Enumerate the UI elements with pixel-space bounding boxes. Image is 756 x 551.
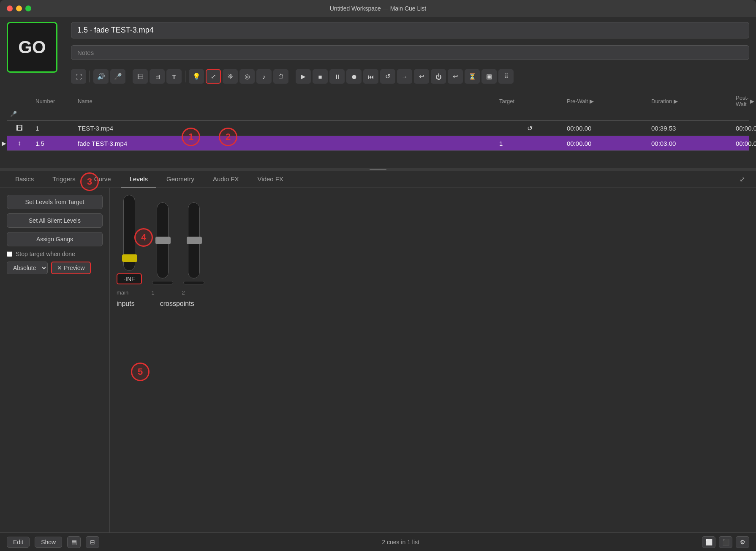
go-button[interactable]: GO	[7, 22, 57, 73]
inputs-label: inputs	[117, 300, 135, 308]
header-number[interactable]: Number	[32, 93, 74, 109]
fader-ch1-label: 1	[147, 289, 159, 296]
back-btn[interactable]: ↩	[414, 69, 429, 84]
fader-area: -INF	[110, 188, 756, 532]
tab-video-fx[interactable]: Video FX	[249, 171, 292, 188]
fader-main-value[interactable]: -INF	[117, 273, 142, 284]
toolbar-sep-4	[292, 71, 292, 82]
tab-levels[interactable]: Levels	[121, 171, 156, 188]
speaker-btn[interactable]: 🔊	[93, 69, 109, 84]
play-btn[interactable]: ▶	[296, 69, 311, 84]
view-icon-1[interactable]: ⬜	[702, 536, 715, 548]
settings-icon[interactable]: ⚙	[736, 536, 749, 548]
cue-post-wait-2: 00:00.00	[732, 138, 749, 149]
notes-input[interactable]: Notes	[71, 45, 749, 60]
cue-name: 1.5 · fade TEST-3.mp4	[71, 22, 749, 38]
reload-btn[interactable]: ↺	[380, 69, 395, 84]
header-post-wait: Post-Wait ▶	[732, 93, 749, 109]
cue-number-1: 1	[32, 123, 74, 134]
fader-ch2-label: 2	[177, 289, 189, 296]
fader-ch1	[152, 202, 173, 284]
status-right: ⬜ ⬛ ⚙	[702, 536, 749, 548]
cue-post-wait-1: 00:00.00	[732, 123, 749, 134]
fader-main-thumb[interactable]	[122, 254, 137, 262]
light-btn[interactable]: 💡	[189, 69, 204, 84]
mic-btn[interactable]: 🎤	[110, 69, 125, 84]
mode-select[interactable]: Absolute	[7, 262, 48, 274]
sidebar-toggle-icon[interactable]: ▤	[67, 536, 81, 548]
pause-btn[interactable]: ⏸	[329, 69, 345, 84]
top-right: 1.5 · fade TEST-3.mp4 Notes ⛶ 🔊 🎤 🎞 🖥 T …	[71, 22, 749, 88]
header-pre-wait: Pre-Wait ▶	[563, 93, 648, 109]
fader-ch1-thumb[interactable]	[155, 237, 171, 244]
toolbar-sep-2	[129, 71, 129, 82]
prev-btn[interactable]: ⏮	[363, 69, 378, 84]
edit-button[interactable]: Edit	[7, 537, 30, 548]
text-btn[interactable]: T	[166, 69, 182, 84]
show-button[interactable]: Show	[35, 537, 62, 548]
fader-ch2-value[interactable]	[183, 281, 204, 284]
fader-ch2-track[interactable]	[188, 202, 200, 278]
tab-audio-fx[interactable]: Audio FX	[204, 171, 247, 188]
assign-gangs-btn[interactable]: Assign Gangs	[7, 232, 103, 246]
columns-icon[interactable]: ⊟	[86, 536, 99, 548]
expand-icon[interactable]: ⤢	[735, 171, 749, 188]
cue-icon-2: ↕	[7, 138, 32, 149]
target-btn[interactable]: ◎	[239, 69, 255, 84]
header-icon	[7, 93, 32, 109]
music-btn[interactable]: ♪	[256, 69, 272, 84]
maximize-button[interactable]	[25, 5, 31, 11]
set-levels-from-target-btn[interactable]: Set Levels from Target	[7, 195, 103, 209]
tab-basics[interactable]: Basics	[7, 171, 42, 188]
levels-sidebar: Set Levels from Target Set All Silent Le…	[0, 188, 110, 532]
clock-btn[interactable]: ⏱	[273, 69, 288, 84]
preview-btn[interactable]: ✕ Preview	[51, 262, 91, 274]
record-btn[interactable]: ⏺	[346, 69, 362, 84]
network-btn[interactable]: ❊	[223, 69, 238, 84]
window-controls[interactable]	[7, 5, 31, 11]
minimize-button[interactable]	[16, 5, 22, 11]
fade-btn[interactable]: ⤢	[206, 69, 221, 84]
tab-triggers[interactable]: Triggers	[44, 171, 84, 188]
caption-btn[interactable]: ▣	[481, 69, 497, 84]
return-btn[interactable]: ↩	[448, 69, 463, 84]
fader-ch2	[183, 202, 204, 284]
fader-ch2-thumb[interactable]	[187, 237, 202, 244]
toolbar-sep-3	[185, 71, 185, 82]
stop-target-checkbox[interactable]	[7, 251, 12, 257]
film-btn[interactable]: 🎞	[133, 69, 148, 84]
active-arrow: ▶	[2, 140, 6, 147]
close-button[interactable]	[7, 5, 13, 11]
levels-content: Set Levels from Target Set All Silent Le…	[0, 188, 756, 532]
fader-main-track[interactable]	[123, 195, 135, 271]
mode-row: Absolute ✕ Preview	[7, 262, 103, 274]
view-icon-2[interactable]: ⬛	[719, 536, 732, 548]
cue-name-2: fade TEST-3.mp4	[74, 138, 193, 149]
cue-duration-2: 00:03.00	[648, 138, 732, 149]
power-btn[interactable]: ⏻	[431, 69, 446, 84]
set-all-silent-btn[interactable]: Set All Silent Levels	[7, 213, 103, 228]
header-vol: 🎤	[7, 109, 32, 119]
panel-divider[interactable]	[0, 168, 756, 171]
cue-target-2: 1	[496, 138, 563, 149]
tab-geometry[interactable]: Geometry	[158, 171, 203, 188]
titlebar: Untitled Workspace — Main Cue List	[0, 0, 756, 17]
cue-row-1[interactable]: 🎞 1 TEST-3.mp4 ↺ 00:00.00 00:39.53 00:00…	[7, 121, 749, 136]
timer-btn[interactable]: ⏳	[465, 69, 480, 84]
fullscreen-btn[interactable]: ⛶	[71, 69, 86, 84]
top-section: GO 1.5 · fade TEST-3.mp4 Notes ⛶ 🔊 🎤 🎞 🖥…	[0, 17, 756, 88]
tab-curve[interactable]: Curve	[86, 171, 120, 188]
section-labels: inputs crosspoints	[117, 300, 749, 308]
header-name[interactable]: Name	[74, 93, 193, 109]
fader-ch1-value[interactable]	[152, 281, 173, 284]
grid-btn[interactable]: ⠿	[498, 69, 514, 84]
tabs-bar: Basics Triggers Curve Levels Geometry Au…	[0, 171, 756, 188]
cue-row-2[interactable]: ▶ ↕ 1.5 fade TEST-3.mp4 1 00:00.00 00:03…	[7, 136, 749, 151]
arrow-right-btn[interactable]: →	[397, 69, 412, 84]
screen-btn[interactable]: 🖥	[150, 69, 165, 84]
stop-target-label: Stop target when done	[16, 251, 75, 257]
fader-ch1-track[interactable]	[157, 202, 169, 278]
stop-target-row: Stop target when done	[7, 251, 103, 257]
stop-btn[interactable]: ■	[313, 69, 328, 84]
cue-number-2: 1.5	[32, 138, 74, 149]
